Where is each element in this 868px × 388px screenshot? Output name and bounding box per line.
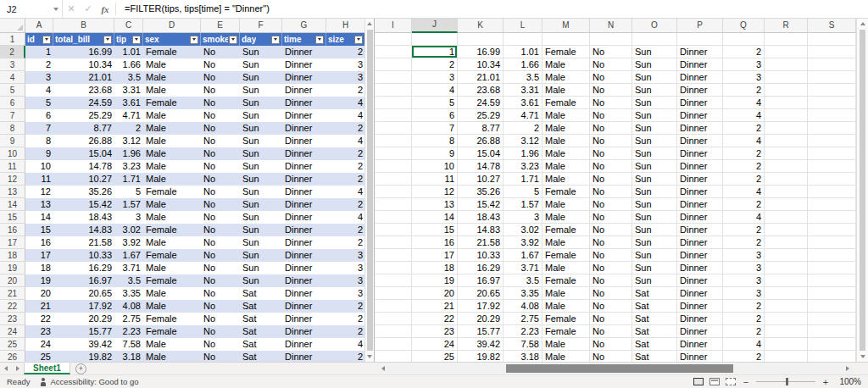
cell[interactable]: Female [542, 325, 590, 338]
cell[interactable]: 39.42 [458, 338, 504, 351]
table-cell[interactable]: 1.71 [114, 173, 143, 186]
row-header-7[interactable]: 7 [0, 109, 25, 122]
table-cell[interactable]: 11 [25, 173, 53, 186]
table-cell[interactable]: Female [143, 274, 201, 287]
scroll-down-icon[interactable] [857, 352, 868, 362]
table-cell[interactable]: Female [143, 313, 201, 325]
table-cell[interactable]: Sun [240, 122, 282, 135]
table-cell[interactable]: 2 [326, 351, 365, 362]
cell[interactable] [765, 338, 808, 351]
cell[interactable]: Dinner [677, 97, 723, 109]
table-cell[interactable]: 14.78 [53, 160, 114, 173]
table-cell[interactable]: Male [143, 135, 201, 147]
table-cell[interactable]: 2 [326, 313, 365, 325]
table-cell[interactable]: 15 [25, 224, 53, 236]
cell[interactable] [765, 224, 808, 236]
cell[interactable] [375, 249, 412, 262]
cell[interactable]: Male [542, 122, 590, 135]
table-cell[interactable]: 2 [326, 300, 365, 313]
table-cell[interactable]: Male [143, 84, 201, 97]
cell[interactable] [765, 198, 808, 211]
table-cell[interactable]: 14.83 [53, 224, 114, 236]
table-cell[interactable]: Dinner [282, 274, 326, 287]
cell[interactable] [504, 33, 542, 46]
cell[interactable]: Male [542, 147, 590, 160]
table-cell[interactable]: Sun [240, 160, 282, 173]
table-cell[interactable]: Dinner [282, 287, 326, 300]
table-cell[interactable]: 35.26 [53, 186, 114, 198]
cell[interactable]: Dinner [677, 287, 723, 300]
table-cell[interactable]: 4 [25, 84, 53, 97]
cell[interactable]: Male [542, 300, 590, 313]
zoom-slider[interactable] [756, 378, 815, 385]
cell[interactable] [808, 71, 856, 84]
cell[interactable]: No [590, 338, 632, 351]
cell[interactable]: 23.68 [458, 84, 504, 97]
table-cell[interactable]: 1.01 [114, 46, 143, 58]
table-cell[interactable]: 2 [326, 147, 365, 160]
cell[interactable]: 12 [412, 186, 458, 198]
column-header-H[interactable]: H [326, 19, 365, 33]
cell[interactable] [765, 135, 808, 147]
cell[interactable]: 17.92 [458, 300, 504, 313]
cell[interactable]: 3.5 [504, 71, 542, 84]
cell[interactable]: Dinner [677, 325, 723, 338]
table-cell[interactable]: 3.31 [114, 84, 143, 97]
cell[interactable] [808, 300, 856, 313]
table-cell[interactable]: 21.01 [53, 71, 114, 84]
table-cell[interactable]: Sun [240, 274, 282, 287]
cell[interactable] [808, 84, 856, 97]
table-cell[interactable]: Male [143, 287, 201, 300]
cell[interactable] [375, 122, 412, 135]
cell[interactable]: Sun [632, 262, 677, 274]
table-cell[interactable]: 16.99 [53, 46, 114, 58]
left-pane-vertical-scrollbar[interactable] [364, 19, 374, 362]
cell[interactable] [808, 338, 856, 351]
table-cell[interactable]: 3 [25, 71, 53, 84]
cell[interactable] [375, 224, 412, 236]
cell[interactable]: 3.92 [504, 236, 542, 249]
row-header-24[interactable]: 24 [0, 325, 25, 338]
cell[interactable]: 1.71 [504, 173, 542, 186]
cell[interactable] [375, 198, 412, 211]
row-header-19[interactable]: 19 [0, 262, 25, 274]
table-cell[interactable]: 2 [326, 160, 365, 173]
cell[interactable]: 25 [412, 351, 458, 362]
table-cell[interactable]: 4 [326, 109, 365, 122]
cell[interactable]: 11 [412, 173, 458, 186]
table-cell[interactable]: Sun [240, 97, 282, 109]
cell[interactable]: 3 [723, 274, 765, 287]
cell[interactable]: 10.27 [458, 173, 504, 186]
table-cell[interactable]: 5 [114, 186, 143, 198]
table-cell[interactable]: Sun [240, 173, 282, 186]
cell[interactable]: Sun [632, 135, 677, 147]
cell[interactable]: 10.33 [458, 249, 504, 262]
cell[interactable] [375, 173, 412, 186]
table-cell[interactable]: 6 [25, 109, 53, 122]
table-cell[interactable]: No [201, 173, 240, 186]
table-cell[interactable]: Sun [240, 211, 282, 224]
table-cell[interactable]: 8 [25, 135, 53, 147]
row-header-17[interactable]: 17 [0, 236, 25, 249]
cell[interactable] [808, 262, 856, 274]
table-cell[interactable]: Sun [240, 198, 282, 211]
cell[interactable]: 5 [504, 186, 542, 198]
cell[interactable]: No [590, 325, 632, 338]
table-cell[interactable]: No [201, 135, 240, 147]
cell[interactable] [808, 313, 856, 325]
cell[interactable] [723, 33, 765, 46]
cell[interactable]: Dinner [677, 224, 723, 236]
cell[interactable] [765, 33, 808, 46]
cell[interactable]: Sun [632, 160, 677, 173]
table-cell[interactable]: Male [143, 300, 201, 313]
table-cell[interactable]: No [201, 46, 240, 58]
cell[interactable] [375, 33, 412, 46]
normal-view-icon[interactable] [693, 378, 704, 385]
cell[interactable]: 19.82 [458, 351, 504, 362]
table-cell[interactable]: 26.88 [53, 135, 114, 147]
cell[interactable]: Sun [632, 198, 677, 211]
cell[interactable]: No [590, 147, 632, 160]
cell[interactable]: 14 [412, 211, 458, 224]
table-cell[interactable]: Sat [240, 325, 282, 338]
column-header-C[interactable]: C [114, 19, 143, 33]
